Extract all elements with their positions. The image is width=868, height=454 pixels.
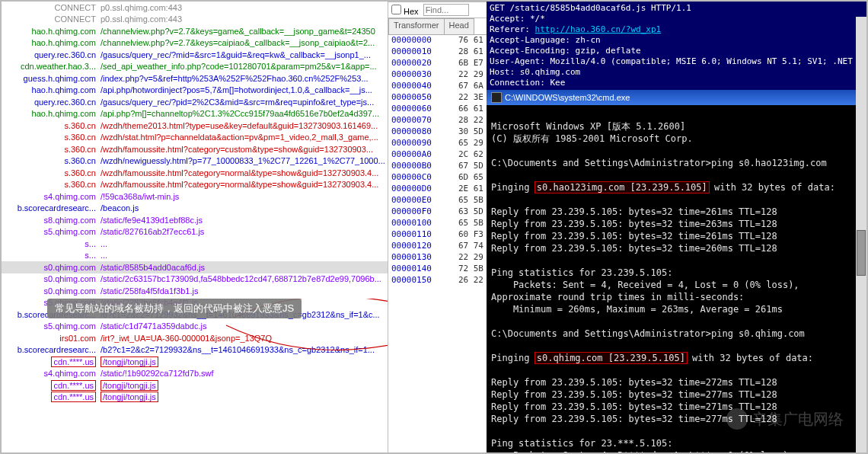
hex-toolbar: Hex (388, 2, 487, 18)
hex-row[interactable]: 0000008030 5D (388, 126, 487, 138)
session-row[interactable]: cdn.****.us/tongji/tongji.js (2, 392, 388, 404)
hex-row[interactable]: 0000010065 5B (388, 218, 487, 229)
url-cell: /irt?_iwt_UA=UA-360-000001&jsonp=_13Q7Q (101, 332, 388, 344)
url-cell: /tongji/tongji.js (101, 379, 388, 392)
host-cell: query.rec.360.cn (2, 96, 101, 108)
http-headers: GET /static/8585b4add0acaf6d.js HTTP/1.1… (487, 2, 866, 90)
host-cell: s0.qhimg.com (2, 273, 101, 286)
session-row[interactable]: CONNECTp0.ssl.qhimg.com:443 (2, 14, 388, 26)
session-list[interactable]: CONNECTp0.ssl.qhimg.com:443CONNECTp0.ssl… (2, 2, 388, 452)
url-cell: /wzdh/stat.html?p=channeldata&action=pv&… (101, 132, 388, 144)
host-cell: guess.h.qhimg.com (2, 72, 101, 85)
url-cell: /sed_api_weather_info.php?code=101280701… (101, 61, 388, 73)
session-row[interactable]: b.scorecardresearc.../beacon.js (2, 203, 388, 215)
host-cell: s.360.cn (2, 155, 101, 168)
hex-row[interactable]: 000000C06D 65 (388, 172, 487, 184)
hex-row[interactable]: 000000A02C 62 (388, 149, 487, 161)
session-row[interactable]: s4.qhimg.com/!59ca368a/iwt-min.js (2, 190, 388, 203)
url-cell: /wzdh/famoussite.html?category=normal&ty… (101, 167, 388, 179)
hex-row[interactable]: 0000007028 22 (388, 115, 487, 126)
session-row[interactable]: cdn.****.us/tongji/tongji.js (2, 356, 388, 368)
host-cell: s.360.cn (2, 143, 101, 155)
session-row[interactable]: CONNECTp0.ssl.qhimg.com:443 (2, 2, 388, 14)
session-row[interactable]: s8.qhimg.com/static/fe9e4139d1ebf88c.js (2, 214, 388, 226)
host-cell: hao.h.qhimg.com (2, 108, 101, 120)
hex-row[interactable]: 0000014072 5B (388, 264, 487, 275)
session-row[interactable]: s5.qhimg.com/static/c1d7471a359dabdc.js (2, 321, 388, 333)
session-row[interactable]: s4.qhimg.com/static/!1b90292ca712fd7b.sw… (2, 368, 388, 380)
hex-row[interactable]: 000000F063 5D (388, 206, 487, 218)
hex-row[interactable]: 0000001028 61 (388, 46, 487, 58)
session-row[interactable]: s.360.cn/wzdh/famoussite.html?category=c… (2, 143, 388, 155)
hex-row[interactable]: 0000004067 6A (388, 81, 487, 92)
url-cell: /!59ca368a/iwt-min.js (101, 190, 388, 203)
session-row[interactable]: s.360.cn/wzdh/theme2013.html?type=use&ke… (2, 120, 388, 132)
host-cell: cdn.****.us (2, 356, 101, 368)
hex-checkbox[interactable]: Hex (391, 5, 419, 16)
host-cell: s.360.cn (2, 120, 101, 132)
url-cell: p0.ssl.qhimg.com:443 (101, 14, 388, 26)
session-row[interactable]: cdn.weather.hao.3.../sed_api_weather_inf… (2, 61, 388, 73)
hex-row[interactable]: 000000B067 5D (388, 161, 487, 172)
annotation-callout: 常见导航站的域名被劫持，返回的代码中被注入恶意JS (47, 299, 302, 318)
url-cell: /static/2c63157bc173909d,fa548bbedc12cd4… (101, 273, 388, 286)
session-row[interactable]: hao.h.qhimg.com/api.php/hotwordinject?po… (2, 85, 388, 97)
host-cell: s4.qhimg.com (2, 190, 101, 203)
session-row[interactable]: s...... (2, 238, 388, 250)
session-row[interactable]: s.360.cn/wzdh/famoussite.html?category=n… (2, 167, 388, 179)
cmd-icon (491, 92, 502, 103)
hex-row[interactable]: 0000003022 29 (388, 69, 487, 81)
host-cell: cdn.****.us (2, 392, 101, 404)
session-row[interactable]: s.360.cn/wzdh/newiguessly.html?p=77_1000… (2, 155, 388, 168)
hex-row[interactable]: 0000000076 61 (388, 35, 487, 46)
session-row[interactable]: s.360.cn/wzdh/stat.html?p=channeldata&ac… (2, 132, 388, 144)
session-row[interactable]: irs01.com/irt?_iwt_UA=UA-360-000001&json… (2, 332, 388, 344)
host-cell: b.scorecardresearc... (2, 203, 101, 215)
hex-row[interactable]: 000000206B E7 (388, 58, 487, 69)
session-row[interactable]: b.scorecardresearc.../b2?c1=2&c2=7129932… (2, 344, 388, 356)
session-row[interactable]: hao.h.qhimg.com/channelview.php?v=2.7&ke… (2, 37, 388, 50)
session-row[interactable]: s5.qhimg.com/static/827616ab2f7ecc61.js (2, 226, 388, 238)
find-input[interactable] (423, 4, 469, 16)
hex-view[interactable]: 0000000076 610000001028 61000000206B E70… (388, 35, 487, 452)
host-cell: s0.qhimg.com (2, 285, 101, 297)
session-row[interactable]: s...... (2, 250, 388, 262)
hex-row[interactable]: 000000E065 5B (388, 195, 487, 206)
host-cell: query.rec.360.cn (2, 49, 101, 61)
url-cell: /static/c1d7471a359dabdc.js (101, 321, 388, 333)
session-row[interactable]: guess.h.qhimg.com/index.php?v=5&ref=http… (2, 72, 388, 85)
url-cell: /wzdh/theme2013.html?type=use&key=defaul… (101, 120, 388, 132)
hex-row[interactable]: 0000005022 3E (388, 92, 487, 104)
hex-row[interactable]: 0000015026 22 (388, 275, 487, 286)
host-cell: s.360.cn (2, 167, 101, 179)
url-cell: /static/8585b4add0acaf6d.js (101, 261, 388, 273)
hex-row[interactable]: 0000013022 29 (388, 252, 487, 264)
hex-row[interactable]: 0000011060 F3 (388, 229, 487, 241)
host-cell: hao.h.qhimg.com (2, 85, 101, 97)
tab-head[interactable]: Head (444, 18, 474, 34)
url-cell: /static/258fa4f5fda1f3b1.js (101, 285, 388, 297)
host-cell: cdn.weather.hao.3... (2, 61, 101, 73)
session-row[interactable]: hao.h.qhimg.com/api.php?m[]=channeltop%2… (2, 108, 388, 120)
url-cell: /beacon.js (101, 203, 388, 215)
session-row[interactable]: s0.qhimg.com/static/8585b4add0acaf6d.js (2, 261, 388, 273)
url-cell: /static/!1b90292ca712fd7b.swf (101, 368, 388, 380)
url-cell: /tongji/tongji.js (101, 356, 388, 368)
session-row[interactable]: s0.qhimg.com/static/258fa4f5fda1f3b1.js (2, 285, 388, 297)
inspector-tabs: Transformer Head (388, 18, 487, 35)
session-row[interactable]: s.360.cn/wzdh/famoussite.html?category=n… (2, 179, 388, 191)
session-row[interactable]: cdn.****.us/tongji/tongji.js (2, 379, 388, 392)
hex-row[interactable]: 000000D02E 61 (388, 184, 487, 195)
session-row[interactable]: query.rec.360.cn/gasucs/query_rec/?pid=2… (2, 96, 388, 108)
url-cell: /gasucs/query_rec/?mid=&src=1&guid=&req=… (101, 49, 388, 61)
session-row[interactable]: hao.h.qhimg.com/channelview.php?v=2.7&ke… (2, 25, 388, 37)
tab-transformer[interactable]: Transformer (388, 18, 445, 34)
cmd-titlebar: C:\WINDOWS\system32\cmd.exe (487, 90, 866, 105)
scrollbar[interactable] (856, 17, 866, 452)
hex-row[interactable]: 0000009065 29 (388, 138, 487, 149)
session-row[interactable]: query.rec.360.cn/gasucs/query_rec/?mid=&… (2, 49, 388, 61)
scrollbar-thumb[interactable] (857, 230, 866, 276)
session-row[interactable]: s0.qhimg.com/static/2c63157bc173909d,fa5… (2, 273, 388, 286)
hex-row[interactable]: 0000006066 61 (388, 104, 487, 115)
hex-row[interactable]: 0000012067 74 (388, 241, 487, 252)
